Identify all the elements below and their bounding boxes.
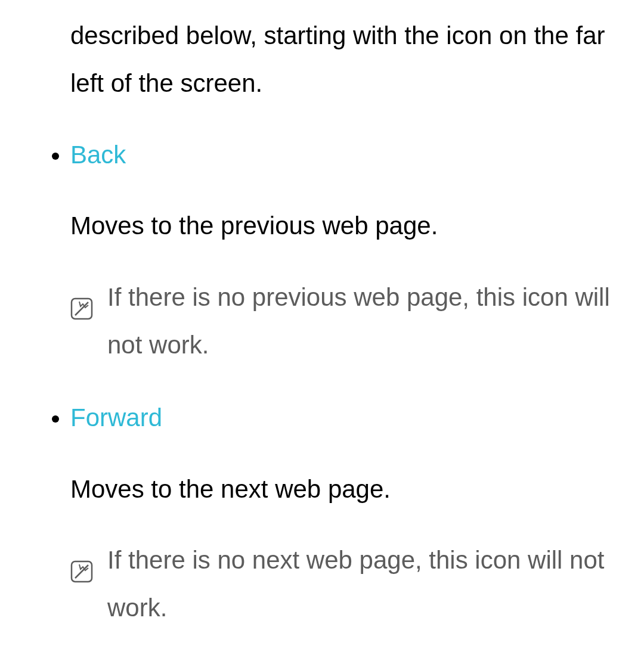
note-text: If there is no previous web page, this i… [107,274,620,369]
items-list: Back Moves to the previous web page. If … [24,131,620,658]
note-block: If there is no next web page, this icon … [70,536,620,632]
term-back: Back [70,141,126,169]
note-text: If there is no next web page, this icon … [107,536,620,632]
document-page: described below, starting with the icon … [0,0,644,658]
note-block: If there is no previous web page, this i… [70,274,620,369]
note-icon [70,288,93,311]
description-text: Moves to the next web page. [70,465,620,513]
intro-paragraph: described below, starting with the icon … [70,12,620,107]
note-icon [70,551,93,573]
list-item: Forward Moves to the next web page. If t… [70,394,620,632]
list-item: Back Moves to the previous web page. If … [70,131,620,369]
description-text: Moves to the previous web page. [70,202,620,250]
term-forward: Forward [70,404,162,432]
